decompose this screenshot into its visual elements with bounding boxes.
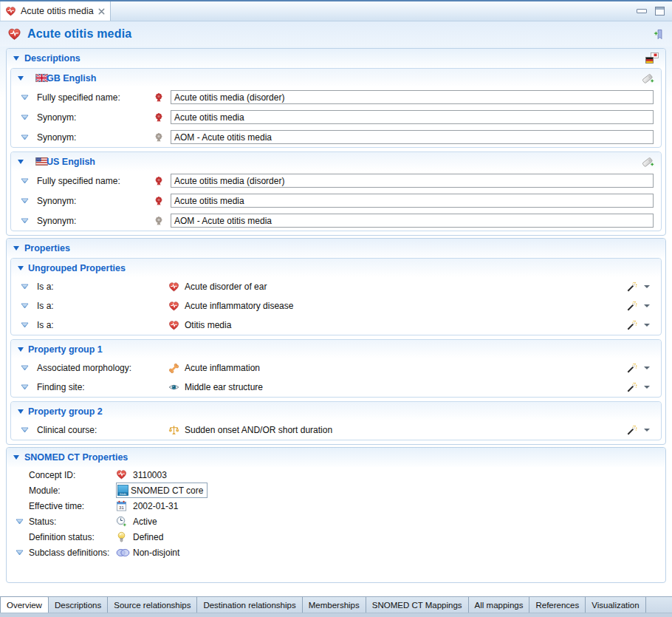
- edit-wand-icon[interactable]: [626, 282, 637, 293]
- snomed-row-module: Module: ihtsdo SNOMED CT core: [7, 483, 665, 498]
- snomed-label: Definition status:: [29, 532, 116, 542]
- add-bookmark-button[interactable]: [652, 29, 663, 40]
- description-row: Synonym:: [11, 211, 661, 231]
- dropdown-icon[interactable]: [644, 429, 650, 432]
- expand-twistie-icon[interactable]: [16, 519, 24, 525]
- expand-twistie-icon[interactable]: [21, 178, 29, 184]
- property-row: Finding site: Middle ear structure: [11, 378, 661, 397]
- collapse-twistie-icon[interactable]: [18, 347, 24, 352]
- module-value: SNOMED CT core: [131, 485, 203, 496]
- add-description-icon: [641, 72, 654, 84]
- description-type-label: Synonym:: [37, 196, 154, 206]
- lightbulb-icon: [116, 531, 127, 542]
- edit-wand-icon[interactable]: [626, 363, 637, 374]
- collapse-twistie-icon[interactable]: [18, 160, 24, 164]
- concept-heart-icon: [168, 301, 179, 312]
- property-target-value: Sudden onset AND/OR short duration: [185, 425, 332, 435]
- description-term-input[interactable]: [171, 90, 654, 104]
- expand-twistie-icon[interactable]: [21, 134, 29, 140]
- section-snomed-ct-properties: SNOMED CT Properties Concept ID: 3110003…: [6, 447, 666, 583]
- snomed-row-effective-time: Effective time: 31 2002-01-31: [7, 498, 665, 514]
- collapse-twistie-icon[interactable]: [18, 409, 24, 414]
- tab-memberships[interactable]: Memberships: [303, 597, 366, 613]
- description-term-input[interactable]: [171, 110, 654, 124]
- dropdown-icon[interactable]: [644, 386, 650, 389]
- concept-heart-icon: [116, 469, 127, 480]
- property-row: Is a: Acute disorder of ear: [11, 277, 661, 296]
- tab-destination-relationships[interactable]: Destination relationships: [197, 597, 302, 613]
- definition-status-value: Defined: [133, 532, 163, 542]
- description-type-label: Synonym:: [37, 216, 154, 226]
- expand-twistie-icon[interactable]: [21, 365, 29, 371]
- description-term-input[interactable]: [171, 214, 654, 228]
- description-row: Synonym:: [11, 127, 661, 147]
- dropdown-icon[interactable]: [644, 324, 650, 327]
- expand-twistie-icon[interactable]: [21, 218, 29, 224]
- description-row: Fully specified name:: [11, 171, 661, 191]
- minimize-icon[interactable]: [637, 9, 647, 13]
- tab-all-mappings[interactable]: All mappings: [469, 597, 530, 613]
- snomed-label: Status:: [29, 517, 116, 527]
- description-row: Synonym:: [11, 191, 661, 211]
- expand-twistie-icon[interactable]: [21, 198, 29, 204]
- add-description-icon: [641, 156, 654, 168]
- section-title: Descriptions: [24, 53, 80, 64]
- dropdown-icon[interactable]: [644, 367, 650, 369]
- description-type-label: Synonym:: [37, 112, 154, 123]
- property-group-title: Property group 2: [28, 406, 103, 417]
- description-type-label: Fully specified name:: [37, 92, 154, 103]
- expand-twistie-icon[interactable]: [16, 550, 24, 556]
- acceptable-term-icon: [154, 216, 164, 226]
- add-description-button[interactable]: [641, 72, 654, 84]
- collapse-twistie-icon[interactable]: [13, 455, 19, 460]
- edit-wand-icon[interactable]: [626, 301, 637, 312]
- description-term-input[interactable]: [171, 130, 654, 144]
- tab-descriptions[interactable]: Descriptions: [49, 597, 108, 613]
- tab-overview[interactable]: Overview: [0, 596, 49, 613]
- dropdown-icon[interactable]: [644, 285, 650, 288]
- view-tabs: Overview Descriptions Source relationshi…: [0, 596, 672, 613]
- section-descriptions: Descriptions: [6, 48, 666, 236]
- languages-icon: [645, 52, 659, 64]
- add-description-button[interactable]: [641, 156, 654, 168]
- expand-twistie-icon[interactable]: [21, 95, 29, 100]
- expand-twistie-icon[interactable]: [21, 284, 29, 290]
- editor-tabstrip: Acute otitis media: [0, 1, 672, 21]
- collapse-twistie-icon[interactable]: [18, 76, 24, 81]
- collapse-twistie-icon[interactable]: [18, 266, 24, 270]
- status-strip: [0, 613, 672, 617]
- expand-twistie-icon[interactable]: [21, 115, 29, 120]
- expand-twistie-icon[interactable]: [21, 384, 29, 390]
- editor-tab-acute-otitis-media[interactable]: Acute otitis media: [0, 1, 111, 21]
- section-descriptions-header: Descriptions: [7, 49, 665, 68]
- page-title: Acute otitis media: [27, 27, 131, 41]
- description-term-input[interactable]: [171, 194, 654, 208]
- tab-snomed-ct-mappings[interactable]: SNOMED CT Mappings: [366, 597, 469, 613]
- snomed-row-definition-status: Definition status: Defined: [7, 529, 665, 545]
- scales-icon: [168, 425, 179, 436]
- close-icon[interactable]: [98, 8, 105, 15]
- collapse-twistie-icon[interactable]: [13, 246, 19, 250]
- concept-heart-icon: [168, 320, 179, 331]
- edit-wand-icon[interactable]: [626, 320, 637, 331]
- dropdown-icon[interactable]: [644, 304, 650, 307]
- expand-twistie-icon[interactable]: [21, 303, 29, 309]
- expand-twistie-icon[interactable]: [21, 427, 29, 433]
- add-bookmark-icon: [652, 29, 663, 40]
- language-config-button[interactable]: [645, 52, 659, 64]
- tab-source-relationships[interactable]: Source relationships: [108, 597, 197, 613]
- tab-references[interactable]: References: [529, 597, 586, 613]
- property-group-header: Ungrouped Properties: [11, 259, 661, 277]
- edit-wand-icon[interactable]: [626, 382, 637, 393]
- tab-visualization[interactable]: Visualization: [586, 597, 645, 613]
- collapse-twistie-icon[interactable]: [13, 56, 19, 61]
- property-target-value: Acute inflammation: [185, 363, 260, 373]
- description-term-input[interactable]: [171, 174, 654, 188]
- property-target-value: Acute disorder of ear: [185, 282, 267, 292]
- expand-twistie-icon[interactable]: [21, 322, 29, 328]
- edit-wand-icon[interactable]: [626, 425, 637, 436]
- clock-plus-icon: [116, 516, 127, 527]
- property-group-title: Ungrouped Properties: [28, 263, 126, 273]
- section-snomed-header: SNOMED CT Properties: [7, 448, 665, 467]
- maximize-icon[interactable]: [655, 7, 665, 16]
